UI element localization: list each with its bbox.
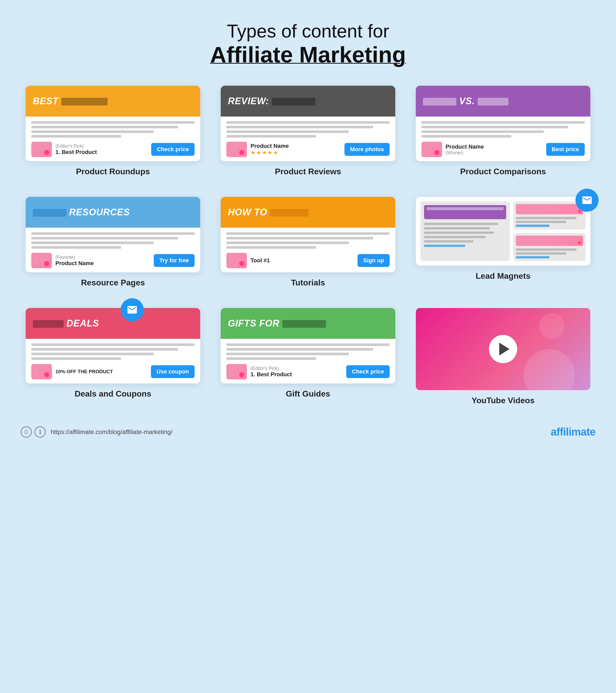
text-line bbox=[424, 223, 498, 225]
card-resource-pages: RESOURCES (Favorite) Product Nam bbox=[26, 197, 200, 288]
card-box: DEALS 10% OFF THE PRODUCT bbox=[26, 308, 200, 383]
text-line bbox=[31, 237, 178, 239]
email-bubble-deals bbox=[121, 298, 144, 321]
product-info: Tool #1 bbox=[251, 257, 354, 264]
text-line bbox=[31, 343, 195, 346]
card-body: (Favorite) Product Name Try for free bbox=[26, 227, 200, 272]
lead-purple-header bbox=[424, 205, 506, 219]
text-line bbox=[31, 135, 121, 138]
text-line bbox=[31, 353, 154, 355]
product-info: (Editor's Pick) 1. Best Product bbox=[251, 366, 343, 378]
card-body: 10% OFF THE PRODUCT Use coupon bbox=[26, 339, 200, 383]
text-line bbox=[226, 232, 390, 235]
text-lines bbox=[226, 343, 390, 360]
product-info: Product Name ★★★★★ bbox=[251, 143, 341, 156]
header-best-label: BEST bbox=[33, 96, 61, 106]
card-header: GIFTS FOR bbox=[221, 308, 395, 339]
text-line bbox=[226, 343, 390, 346]
card-body: (Editor's Pick) 1. Best Product Check pr… bbox=[221, 339, 395, 383]
redacted-bar bbox=[423, 98, 456, 105]
use-coupon-button[interactable]: Use coupon bbox=[151, 365, 195, 378]
product-row: (Favorite) Product Name Try for free bbox=[31, 253, 195, 268]
product-row: (Editor's Pick) 1. Best Product Check pr… bbox=[226, 364, 390, 379]
card-box bbox=[416, 197, 590, 266]
redacted-bar bbox=[33, 320, 64, 328]
inner-bar bbox=[426, 207, 503, 210]
star-rating: ★★★★★ bbox=[251, 150, 341, 156]
text-line bbox=[31, 357, 121, 360]
text-line bbox=[226, 357, 316, 360]
product-name: Product Name bbox=[445, 143, 542, 150]
card-label: Gift Guides bbox=[286, 389, 330, 399]
card-label: Resource Pages bbox=[81, 278, 145, 288]
person-icon: ℹ bbox=[34, 426, 46, 438]
product-row: Product Name ★★★★★ More photos bbox=[226, 142, 390, 157]
try-for-free-button[interactable]: Try for free bbox=[154, 254, 195, 267]
product-thumbnail bbox=[31, 142, 52, 157]
product-row: Tool #1 Sign up bbox=[226, 253, 390, 268]
card-header: DEALS bbox=[26, 308, 200, 339]
text-line bbox=[226, 131, 349, 133]
email-bubble bbox=[575, 189, 599, 212]
creative-commons-icon: © bbox=[21, 426, 32, 438]
lead-right-panel bbox=[510, 201, 586, 261]
redacted-bar bbox=[61, 98, 107, 105]
check-price-button[interactable]: Check price bbox=[151, 143, 195, 156]
product-name: Product Name bbox=[251, 143, 341, 150]
product-thumbnail bbox=[226, 142, 247, 157]
play-button[interactable] bbox=[489, 335, 517, 363]
text-line bbox=[226, 126, 373, 128]
card-label: Product Reviews bbox=[275, 167, 341, 176]
footer-brand: affilimate bbox=[551, 426, 595, 438]
header-vs-label: VS. bbox=[459, 96, 478, 106]
text-line bbox=[226, 246, 316, 249]
card-label: Deals and Coupons bbox=[75, 389, 152, 399]
text-line bbox=[424, 236, 485, 238]
title-line2: Affiliate Marketing bbox=[210, 42, 406, 68]
text-line bbox=[516, 221, 567, 223]
text-line bbox=[31, 126, 178, 128]
redacted-bar bbox=[272, 98, 315, 105]
check-price-gift-button[interactable]: Check price bbox=[346, 365, 390, 378]
product-info: 10% OFF THE PRODUCT bbox=[56, 369, 147, 375]
text-lines bbox=[226, 121, 390, 138]
link-line bbox=[516, 256, 550, 258]
card-body: Product Name ★★★★★ More photos bbox=[221, 117, 395, 161]
header-review-label: REVIEW: bbox=[228, 96, 272, 106]
product-row: (Editor's Pick) 1. Best Product Check pr… bbox=[31, 142, 195, 157]
card-label: Lead Magnets bbox=[476, 271, 530, 281]
card-body: (Editor's Pick) 1. Best Product Check pr… bbox=[26, 117, 200, 161]
product-label: (Editor's Pick) bbox=[56, 143, 147, 149]
footer-left: © ℹ https://affilimate.com/blog/affiliat… bbox=[21, 426, 173, 438]
brand-name: affilimate bbox=[551, 426, 595, 438]
text-lines bbox=[226, 232, 390, 249]
sign-up-button[interactable]: Sign up bbox=[358, 254, 390, 267]
best-price-button[interactable]: Best price bbox=[546, 143, 585, 156]
card-body: Product Name (Winner) Best price bbox=[416, 117, 590, 161]
text-line bbox=[226, 237, 373, 239]
product-label: (Winner) bbox=[445, 150, 542, 156]
title-line1: Types of content for bbox=[210, 21, 406, 42]
text-line bbox=[226, 135, 316, 138]
product-name: Tool #1 bbox=[251, 257, 354, 264]
text-line bbox=[226, 348, 373, 351]
card-header: HOW TO bbox=[221, 197, 395, 227]
text-line bbox=[424, 227, 490, 230]
lead-left-panel bbox=[420, 201, 510, 261]
text-line bbox=[31, 131, 154, 133]
card-box: GIFTS FOR (Editor's Pick) bbox=[221, 308, 395, 383]
more-photos-button[interactable]: More photos bbox=[344, 143, 390, 156]
text-lines bbox=[31, 121, 195, 138]
text-line bbox=[31, 348, 178, 351]
redacted-bar bbox=[270, 209, 309, 217]
card-inner: DEALS 10% OFF THE PRODUCT bbox=[26, 308, 200, 383]
lead-right-image bbox=[516, 236, 583, 246]
lead-right-image bbox=[516, 204, 583, 214]
card-label: Product Comparisons bbox=[460, 167, 546, 176]
text-line bbox=[424, 232, 494, 234]
footer: © ℹ https://affilimate.com/blog/affiliat… bbox=[15, 426, 601, 438]
card-product-comparisons: VS. Product Name ( bbox=[416, 86, 590, 176]
product-row: Product Name (Winner) Best price bbox=[421, 142, 585, 157]
product-label: (Favorite) bbox=[56, 255, 150, 260]
card-header: VS. bbox=[416, 86, 590, 117]
